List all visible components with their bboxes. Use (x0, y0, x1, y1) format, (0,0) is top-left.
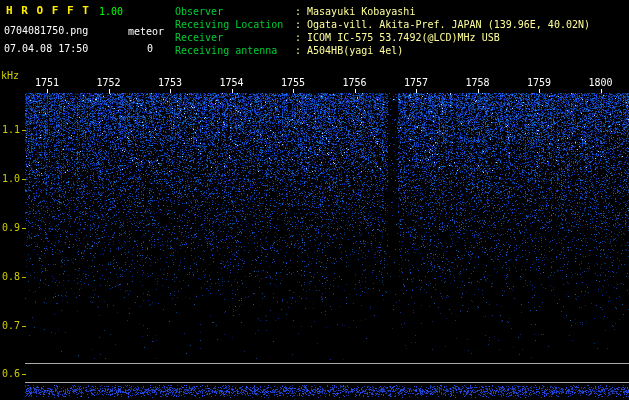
info-label: Receiver (175, 31, 295, 44)
version-label: 1.00 (99, 6, 123, 17)
y-tick-label: 0.6 (2, 369, 20, 379)
x-tick-label: 1756 (342, 78, 368, 88)
x-tick-label: 1800 (588, 78, 614, 88)
info-label: Observer (175, 5, 295, 18)
info-value: : ICOM IC-575 53.7492(@LCD)MHz USB (295, 32, 500, 43)
receiver-info-block: Observer: Masayuki KobayashiReceiving Lo… (175, 5, 590, 57)
y-tick-label: 0.9 (2, 223, 20, 233)
y-tick-label: 0.7 (2, 321, 20, 331)
info-label: Receiving antenna (175, 44, 295, 57)
x-tick-label: 1759 (526, 78, 552, 88)
x-tick-label: 1754 (219, 78, 245, 88)
output-filename: 0704081750.png (4, 25, 88, 36)
x-tick-label: 1751 (34, 78, 60, 88)
datetime-label: 07.04.08 17:50 (4, 43, 88, 54)
x-tick-label: 1752 (96, 78, 122, 88)
y-tick-label: 0.8 (2, 272, 20, 282)
y-tick-label: 1.0 (2, 174, 20, 184)
info-line: Observer: Masayuki Kobayashi (175, 5, 590, 18)
spectrogram-canvas (0, 0, 629, 400)
info-value: : Masayuki Kobayashi (295, 6, 415, 17)
meteor-count: 0 (147, 43, 153, 54)
y-tick-label: 1.1 (2, 125, 20, 135)
x-tick-label: 1755 (280, 78, 306, 88)
info-line: Receiving Location: Ogata-vill. Akita-Pr… (175, 18, 590, 31)
info-value: : Ogata-vill. Akita-Pref. JAPAN (139.96E… (295, 19, 590, 30)
x-tick-label: 1753 (157, 78, 183, 88)
info-line: Receiver: ICOM IC-575 53.7492(@LCD)MHz U… (175, 31, 590, 44)
info-value: : A504HB(yagi 4el) (295, 45, 403, 56)
info-label: Receiving Location (175, 18, 295, 31)
info-line: Receiving antenna: A504HB(yagi 4el) (175, 44, 590, 57)
mode-label: meteor (128, 26, 164, 37)
x-tick-label: 1757 (403, 78, 429, 88)
hrofft-screen: H R O F F T 1.00 0704081750.png meteor 0… (0, 0, 629, 400)
y-axis-unit-label: kHz (1, 70, 19, 81)
x-tick-label: 1758 (465, 78, 491, 88)
app-title: H R O F F T (6, 5, 90, 16)
